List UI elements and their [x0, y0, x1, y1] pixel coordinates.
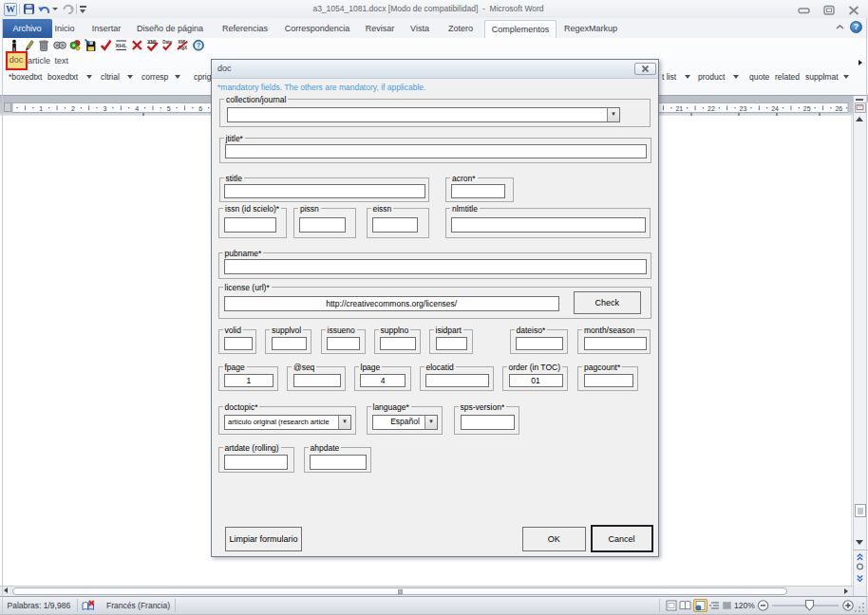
svg-text:XHL: XHL [116, 43, 127, 48]
svg-text:5: 5 [167, 104, 171, 111]
svg-text:23: 23 [740, 104, 747, 111]
svg-text:4: 4 [135, 104, 139, 111]
svg-text:24: 24 [771, 104, 779, 111]
svg-text:?: ? [197, 41, 201, 49]
svg-text:6: 6 [198, 104, 202, 111]
svg-text:2: 2 [71, 104, 75, 111]
svg-text:22: 22 [708, 104, 715, 111]
svg-text:3: 3 [104, 104, 107, 111]
svg-text:1: 1 [39, 104, 43, 111]
svg-text:26: 26 [835, 104, 842, 111]
svg-text:21: 21 [675, 104, 683, 111]
svg-text:25: 25 [803, 104, 811, 111]
